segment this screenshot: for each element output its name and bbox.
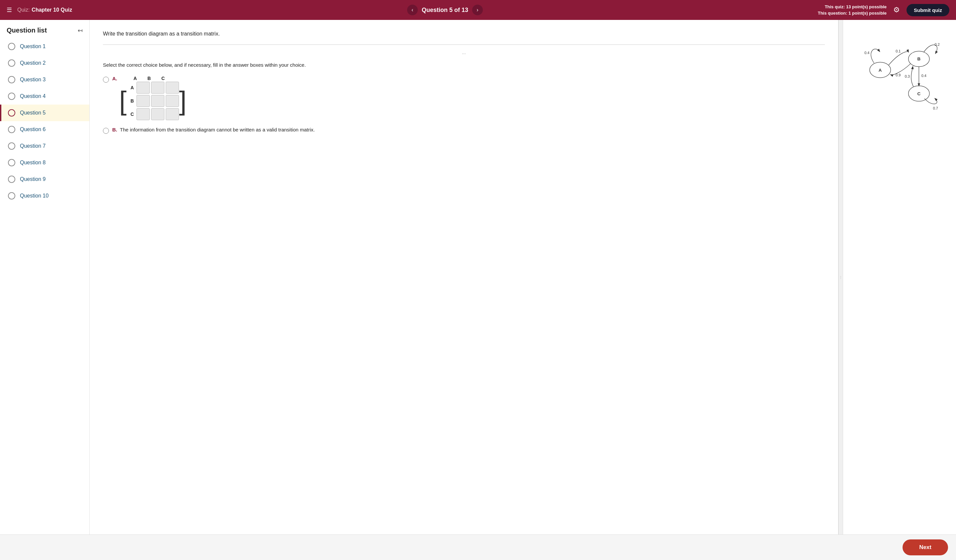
question-status-circle (8, 159, 15, 166)
sidebar-item-label: Question 5 (20, 110, 46, 116)
next-button[interactable]: Next (903, 540, 948, 555)
matrix-with-brackets: [ A B (119, 82, 186, 120)
question-area: Write the transition diagram as a transi… (90, 20, 838, 535)
right-bracket: ] (179, 88, 186, 114)
choice-a-radio[interactable] (103, 77, 109, 83)
cell-c-c[interactable] (166, 108, 179, 120)
matrix-rows: A B (126, 82, 179, 120)
choice-b-radio[interactable] (103, 128, 109, 134)
sidebar-item-label: Question 7 (20, 143, 46, 149)
question-status-circle (8, 76, 15, 83)
this-quiz-label: This quiz: (825, 4, 845, 9)
choice-a: A. A B C [ A (103, 76, 825, 120)
edge-c-c (925, 99, 937, 104)
question-status-circle (8, 43, 15, 50)
divider (103, 44, 825, 45)
diagram-area: A B C 0.1 0.9 0.2 0.4 (843, 20, 956, 535)
sidebar-item-question-1[interactable]: Question 1 (0, 38, 89, 55)
quiz-prefix: Quiz: (17, 7, 30, 13)
quiz-title: Chapter 10 Quiz (31, 7, 72, 13)
row-label-c: C (126, 111, 134, 117)
sidebar-item-question-5[interactable]: Question 5 (0, 105, 89, 121)
sidebar-item-label: Question 9 (20, 176, 46, 182)
sidebar-header: Question list ↤ (0, 20, 89, 38)
question-status-circle (8, 109, 15, 116)
cell-b-c[interactable] (166, 95, 179, 107)
matrix-block: A B C [ A (119, 76, 186, 120)
cell-b-b[interactable] (151, 95, 164, 107)
matrix-row-a: A (126, 82, 179, 94)
submit-quiz-button[interactable]: Submit quiz (907, 4, 949, 16)
cell-a-b[interactable] (151, 82, 164, 94)
this-quiz-info: This quiz: 13 point(s) possible (818, 4, 887, 10)
cell-a-a[interactable] (137, 82, 150, 94)
sidebar-item-question-10[interactable]: Question 10 (0, 188, 89, 204)
choice-a-letter: A. (112, 76, 117, 82)
cell-b-a[interactable] (137, 95, 150, 107)
question-status-circle (8, 192, 15, 199)
sidebar-item-question-8[interactable]: Question 8 (0, 154, 89, 171)
next-question-button[interactable]: › (472, 5, 483, 15)
question-status-circle (8, 93, 15, 100)
prev-question-button[interactable]: ‹ (407, 5, 418, 15)
instruction-text: Select the correct choice below, and if … (103, 61, 825, 69)
settings-icon[interactable]: ⚙ (893, 6, 900, 14)
question-status-circle (8, 60, 15, 67)
main-layout: Question list ↤ Question 1 Question 2 Qu… (0, 20, 956, 535)
node-c-label: C (917, 91, 921, 96)
sidebar-item-label: Question 6 (20, 127, 46, 132)
this-question-info: This question: 1 point(s) possible (818, 10, 887, 17)
choice-a-content: A. A B C [ A (112, 76, 186, 120)
sidebar-item-label: Question 3 (20, 77, 46, 83)
edge-b-b-label: 0.2 (935, 42, 940, 47)
edge-a-b (888, 52, 909, 65)
matrix-col-headers: A B C (129, 76, 186, 81)
this-quiz-points: 13 point(s) possible (846, 4, 887, 9)
header: ☰ Quiz: Chapter 10 Quiz ‹ Question 5 of … (0, 0, 956, 20)
edge-c-b-label: 0.3 (905, 74, 910, 78)
node-a-label: A (879, 68, 882, 73)
question-status-circle (8, 143, 15, 150)
edge-a-a (871, 49, 880, 63)
transition-diagram: A B C 0.1 0.9 0.2 0.4 (850, 30, 949, 119)
matrix-row-c: C (126, 108, 179, 120)
footer: Next (0, 535, 956, 560)
edge-a-a-label: 0.4 (864, 51, 870, 55)
node-b-label: B (917, 56, 921, 61)
sidebar-item-label: Question 2 (20, 60, 46, 66)
content-wrapper: Write the transition diagram as a transi… (90, 20, 956, 535)
sidebar: Question list ↤ Question 1 Question 2 Qu… (0, 20, 90, 535)
sidebar-item-question-4[interactable]: Question 4 (0, 88, 89, 105)
edge-c-b (911, 67, 914, 87)
row-label-a: A (126, 85, 134, 90)
cell-a-c[interactable] (166, 82, 179, 94)
cell-c-a[interactable] (137, 108, 150, 120)
choice-b: B. The information from the transition d… (103, 127, 825, 134)
cell-c-b[interactable] (151, 108, 164, 120)
collapse-sidebar-icon[interactable]: ↤ (78, 27, 83, 34)
sidebar-item-question-2[interactable]: Question 2 (0, 55, 89, 71)
sidebar-item-question-3[interactable]: Question 3 (0, 71, 89, 88)
sidebar-item-question-7[interactable]: Question 7 (0, 138, 89, 154)
sidebar-item-label: Question 8 (20, 160, 46, 166)
sidebar-item-label: Question 10 (20, 193, 49, 199)
row-label-b: B (126, 98, 134, 104)
splitter-dots: ⋮ (839, 276, 843, 279)
edge-b-a-label: 0.9 (896, 73, 901, 77)
col-header-c: C (156, 76, 170, 81)
edge-c-c-label: 0.7 (933, 106, 938, 110)
matrix-row-b: B (126, 95, 179, 107)
question-status-circle (8, 126, 15, 133)
sidebar-item-label: Question 1 (20, 44, 46, 49)
choice-b-text: B. The information from the transition d… (112, 127, 315, 132)
edge-b-c-label: 0.4 (921, 74, 926, 78)
sidebar-item-question-6[interactable]: Question 6 (0, 121, 89, 138)
question-counter: Question 5 of 13 (422, 7, 468, 14)
this-question-label: This question: (818, 11, 848, 16)
drag-handle[interactable]: ⋯ (103, 52, 825, 56)
panel-splitter[interactable]: ⋮ (838, 20, 843, 535)
header-right: This quiz: 13 point(s) possible This que… (818, 4, 949, 17)
sidebar-item-question-9[interactable]: Question 9 (0, 171, 89, 188)
question-text: Write the transition diagram as a transi… (103, 30, 825, 38)
menu-icon[interactable]: ☰ (7, 6, 12, 14)
